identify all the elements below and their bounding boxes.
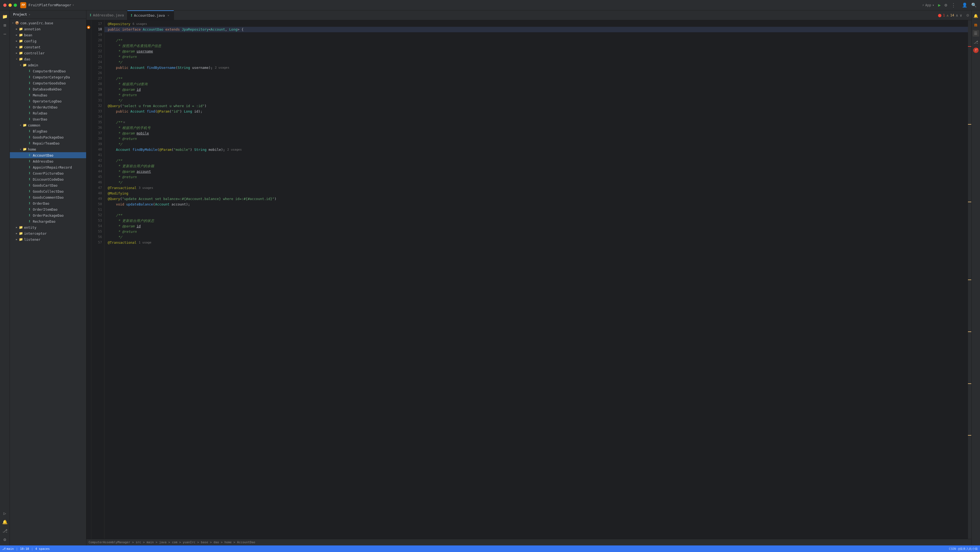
code-line: @Transactional3 usages (105, 185, 968, 191)
maximize-button[interactable] (14, 3, 17, 7)
structure-icon[interactable]: ⊞ (1, 21, 9, 29)
tree-node-ComputerGoodsDao[interactable]: I ComputerGoodsDao (10, 80, 86, 86)
tree-node-dao[interactable]: ▾ 📁 dao (10, 56, 86, 62)
interface-icon: I (27, 201, 32, 206)
project-tree: ▾ 📦 com.yuanIrc.base ▶ 📁 annotion ▶ 📁 be… (10, 19, 86, 546)
tree-node-AddressDao[interactable]: I AddressDao (10, 158, 86, 164)
tree-node-DatabaseBakDao[interactable]: I DatabaseBakDao (10, 86, 86, 92)
interface-icon: I (27, 165, 32, 170)
notifications-icon[interactable]: 🔔 (1, 518, 9, 526)
tree-node-GoodsCartDao[interactable]: I GoodsCartDao (10, 182, 86, 188)
tree-node-GoodsCollectDao[interactable]: I GoodsCollectDao (10, 188, 86, 194)
tree-item-label: controller (24, 51, 45, 55)
indent-indicator[interactable]: 4 spaces (35, 547, 50, 550)
tree-node-GoodsCommentDao[interactable]: I GoodsCommentDao (10, 194, 86, 200)
tab-error-indicators: ⬤ 1 ⚠ 14 ∧ ∨ (938, 13, 966, 17)
tree-node-MenuDao[interactable]: I MenuDao (10, 92, 86, 98)
run-button[interactable]: ▶ (938, 2, 941, 8)
tree-node-common[interactable]: ▾ 📁 common (10, 122, 86, 128)
more-tools-icon[interactable]: ⋯ (1, 30, 9, 38)
tab-settings-icon[interactable]: ⚙ (966, 13, 971, 18)
tree-node-CoverPictureDao[interactable]: I CoverPictureDao (10, 170, 86, 176)
tree-node-annotion[interactable]: ▶ 📁 annotion (10, 26, 86, 32)
tree-node-controller[interactable]: ▶ 📁 controller (10, 50, 86, 56)
tree-node-ComputerCategoryDa[interactable]: I ComputerCategoryDa (10, 74, 86, 80)
tree-node-ComputerBrandDao[interactable]: I ComputerBrandDao (10, 68, 86, 74)
code-line: * 按照用户名查找用户信息 (105, 43, 968, 49)
code-line: @Query("select u from Account u where id… (105, 103, 968, 109)
sidebar: Project ▾ ▾ 📦 com.yuanIrc.base ▶ 📁 annot… (10, 10, 86, 546)
code-line: * @param mobile (105, 131, 968, 136)
tree-node-home[interactable]: ▾ 📁 home (10, 146, 86, 152)
interface-icon: I (27, 105, 32, 109)
git-changes-icon[interactable]: ⎇ (973, 39, 979, 45)
m-icon[interactable]: m (973, 21, 979, 28)
tree-node-RoleDao[interactable]: I RoleDao (10, 110, 86, 116)
tree-node-admin[interactable]: ▾ 📁 admin (10, 62, 86, 68)
folder-icon: 📁 (19, 27, 23, 31)
panel-icon[interactable]: ☰ (973, 30, 979, 36)
tree-node-RepairTeamDao[interactable]: I RepairTeamDao (10, 140, 86, 146)
tree-node-package[interactable]: ▾ 📦 com.yuanIrc.base (10, 20, 86, 26)
tree-item-label: AccountDao (33, 153, 53, 157)
code-editor[interactable]: @Repository6 usages public interface Acc… (105, 20, 968, 539)
app-indicator[interactable]: ⚡ App ▾ (922, 3, 934, 7)
tree-node-bean[interactable]: ▶ 📁 bean (10, 32, 86, 38)
expand-arrow: ▶ (15, 39, 19, 43)
tree-node-listener[interactable]: ▶ 📁 listener (10, 236, 86, 243)
expand-arrow: ▶ (15, 238, 19, 241)
tree-node-BlogDao[interactable]: I BlogDao (10, 128, 86, 134)
code-line: * @param account (105, 169, 968, 174)
close-button[interactable] (3, 3, 6, 7)
app-logo: FP (20, 2, 26, 8)
settings-icon[interactable]: ⚙ (1, 536, 9, 543)
scroll-track[interactable] (968, 20, 971, 539)
tree-node-GoodsPackageDao[interactable]: I GoodsPackageDao (10, 134, 86, 140)
chevron-down-icon[interactable]: ∨ (960, 13, 962, 17)
minimize-button[interactable] (8, 3, 12, 7)
tree-node-constant[interactable]: ▶ 📁 constant (10, 44, 86, 50)
tree-node-OrderDao[interactable]: I OrderDao (10, 200, 86, 206)
tree-item-label: AddressDao (33, 159, 53, 163)
account-icon[interactable]: 👤 (962, 2, 967, 8)
tree-node-OperaterLogDao[interactable]: I OperaterLogDao (10, 98, 86, 104)
window-controls[interactable] (3, 3, 17, 7)
tree-node-OrderItemDao[interactable]: I OrderItemDao (10, 206, 86, 213)
tree-node-interceptor[interactable]: ▶ 📁 interceptor (10, 230, 86, 236)
tab-close-button[interactable]: ✕ (167, 14, 170, 17)
line-col-indicator[interactable]: 18:18 (20, 547, 29, 550)
code-line: * @return (105, 174, 968, 180)
tab-AddressDao[interactable]: I AddressDao.java (86, 10, 127, 20)
editor-body: ● 17 18 19 20 21 22 23 24 25 26 27 28 29… (86, 20, 971, 539)
tree-node-UserDao[interactable]: I UserDao (10, 116, 86, 122)
tree-node-AppointRepairRecord[interactable]: I AppointRepairRecord (10, 164, 86, 170)
git-icon[interactable]: ⎇ (1, 527, 9, 535)
more-options-icon[interactable]: ⋮ (951, 2, 956, 8)
interface-icon: I (27, 99, 32, 103)
code-line: void updateBalance(Account account); (105, 201, 968, 207)
build-icon[interactable]: ⚙ (945, 2, 947, 8)
git-branch[interactable]: ⎇ main (2, 547, 14, 550)
run-configs-icon[interactable]: ▷ (1, 509, 9, 517)
error-marker (968, 46, 971, 47)
tree-item-label: ComputerBrandDao (33, 69, 65, 73)
code-line: Account findByMobile(@Param("mobile") St… (105, 147, 968, 152)
tab-type-icon: I (131, 14, 132, 17)
project-icon[interactable]: 📁 (1, 13, 9, 20)
tab-AccountDao[interactable]: I AccountDao.java ✕ (127, 10, 174, 20)
tree-node-DiscountCodeDao[interactable]: I DiscountCodeDao (10, 176, 86, 182)
tree-item-label: GoodsCommentDao (33, 195, 64, 200)
tree-node-entity[interactable]: ▶ 📁 entity (10, 224, 86, 230)
tab-label: AddressDao.java (93, 13, 124, 17)
tree-node-config[interactable]: ▶ 📁 config (10, 38, 86, 44)
breakpoint-indicator[interactable]: ● (87, 26, 90, 29)
notifications-right-icon[interactable]: 🔔 (973, 13, 979, 19)
tree-node-OrderAuthDao[interactable]: I OrderAuthDao (10, 104, 86, 110)
search-icon[interactable]: 🔍 (971, 2, 977, 8)
tree-node-OrderPackageDao[interactable]: I OrderPackageDao (10, 213, 86, 218)
tree-node-RechargeDao[interactable]: I RechargeDao (10, 218, 86, 224)
error-badge-icon[interactable]: ! (973, 48, 978, 53)
tree-item-label: BlogDao (33, 129, 47, 133)
chevron-up-icon[interactable]: ∧ (956, 13, 958, 17)
tree-node-AccountDao[interactable]: I AccountDao (10, 152, 86, 158)
